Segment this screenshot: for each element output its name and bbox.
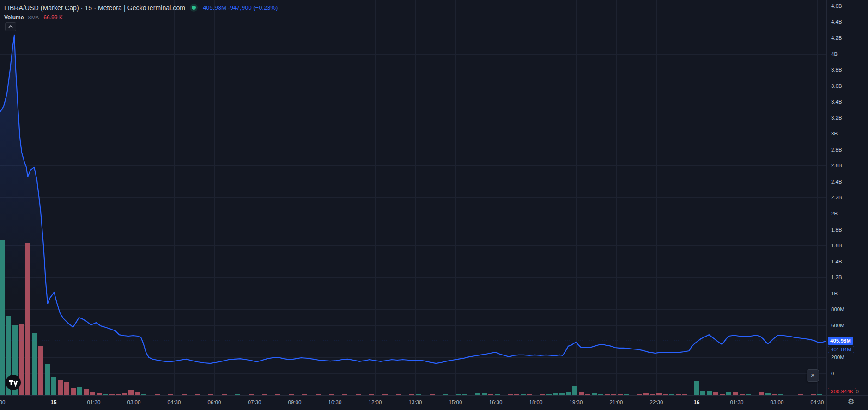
time-tick-label: 22:00 [0,399,5,405]
chart-pane[interactable] [0,0,826,395]
time-tick-label: 01:30 [730,399,744,405]
time-tick-label: 04:30 [168,399,181,405]
legend-volume-row: Volume SMA 66.99 K [4,14,278,22]
chart-window: LIBRA/USD (Market Cap) · 15 · Meteora | … [0,0,868,410]
price-tick-label: 1.2B [831,274,842,281]
time-tick-label: 07:30 [248,399,261,405]
symbol-title[interactable]: LIBRA/USD (Market Cap) · 15 · Meteora | … [4,4,185,12]
symbol-values: 405.98M -947,900 (−0.23%) [203,4,278,11]
tv-logo-icon [6,375,21,390]
price-tick-label: 1.4B [831,258,842,265]
price-line [0,35,826,363]
time-tick-label: 10:30 [328,399,342,405]
price-tick-label: 3B [831,130,838,137]
price-tick-label: 4.4B [831,18,842,25]
price-tick-label: 800M [831,306,844,312]
double-chevron-right-icon: » [811,371,815,379]
area-fill [0,35,826,395]
tradingview-logo[interactable] [6,375,21,390]
price-tick-label: 1.8B [831,226,842,233]
time-tick-label: 03:00 [127,399,141,405]
sma-value: 66.99 K [43,14,62,21]
volume-indicator-label[interactable]: Volume [4,14,24,21]
price-tick-label: 2.2B [831,194,842,201]
time-tick-label: 03:00 [771,399,784,405]
current-price-badge: 405.98M [828,337,853,345]
price-tick-label: 2.4B [831,178,842,185]
price-tick-label: 4.6B [831,3,842,9]
price-axis[interactable]: 300,844.800 405.98M 401.84M 300.844K 4.6… [826,0,868,395]
time-tick-label: 19:30 [570,399,583,405]
time-tick-label: 09:00 [288,399,302,405]
legend-symbol-row: LIBRA/USD (Market Cap) · 15 · Meteora | … [4,3,278,12]
time-tick-label: 21:00 [610,399,623,405]
market-status-icon[interactable] [192,6,196,10]
price-tick-label: 4B [831,51,838,57]
gear-icon[interactable]: ⚙ [845,397,856,408]
price-tick-label: 2.6B [831,162,842,169]
price-tick-label: 2B [831,210,838,217]
time-tick-label: 16:30 [489,399,503,405]
price-tick-label: 1B [831,290,838,297]
price-tick-label: 3.4B [831,98,842,105]
axis-corner: ⚙ [826,395,868,410]
price-tick-label: 3.8B [831,67,842,73]
price-tick-label: 200M [831,354,844,361]
price-tick-label: 3.2B [831,115,842,121]
time-tick-label: 06:00 [208,399,221,405]
price-tick-label: 2.8B [831,147,842,153]
time-tick-label: 12:00 [369,399,382,405]
secondary-price-badge: 401.84M [828,346,854,353]
chevron-up-icon [8,25,13,29]
collapse-legend-button[interactable] [5,22,16,31]
price-tick-label: 0 [831,370,834,377]
time-tick-label: 04:30 [811,399,824,405]
legend: LIBRA/USD (Market Cap) · 15 · Meteora | … [4,3,278,22]
time-tick-label: 18:00 [529,399,543,405]
time-tick-label: 15 [51,399,57,405]
price-tick-label: 600M [831,322,844,329]
price-tick-label: 4.2B [831,35,842,41]
volume-value-badge: 300.844K [828,388,856,396]
sma-label: SMA [28,15,39,20]
price-tick-label: 1.6B [831,242,842,249]
time-tick-label: 16 [694,399,700,405]
time-tick-label: 13:30 [409,399,422,405]
time-tick-label: 22:30 [650,399,663,405]
time-tick-label: 01:30 [87,399,101,405]
time-tick-label: 15:00 [449,399,462,405]
price-tick-label: 3.6B [831,83,842,89]
time-axis[interactable]: 22:001501:3003:0004:3006:0007:3009:0010:… [0,395,826,410]
goto-realtime-button[interactable]: » [807,369,819,382]
